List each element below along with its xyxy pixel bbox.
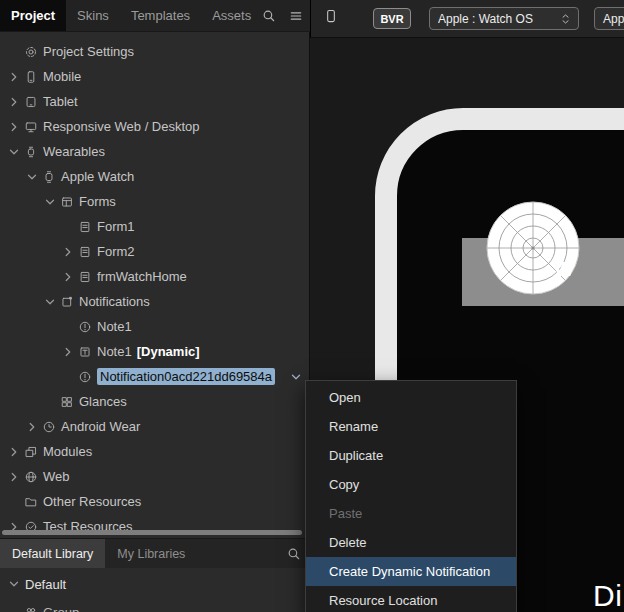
chevron-down-icon[interactable]	[24, 169, 40, 185]
hamburger-menu-icon[interactable]	[289, 9, 303, 23]
tablet-icon	[22, 94, 40, 110]
indent-spacer	[42, 394, 58, 410]
tree-item-label: Notification0acd221dd69584a	[97, 368, 275, 385]
tree-item-label: Mobile	[43, 69, 81, 84]
glances-icon	[58, 394, 76, 410]
tree-item-label: Project Settings	[43, 44, 134, 59]
tree-item-label: Android Wear	[61, 419, 140, 434]
library-tab-my-libraries[interactable]: My Libraries	[105, 539, 197, 568]
library-items: DefaultGroup	[0, 573, 309, 612]
project-tree: Project SettingsMobileTabletResponsive W…	[0, 39, 309, 538]
chevron-down-icon[interactable]	[6, 144, 22, 160]
tree-item-label: Glances	[79, 394, 127, 409]
chevron-right-icon[interactable]	[6, 119, 22, 135]
project-explorer-panel: Project SettingsMobileTabletResponsive W…	[0, 32, 310, 538]
menu-item-copy[interactable]: Copy	[306, 470, 516, 499]
chevron-down-icon[interactable]	[42, 194, 58, 210]
chevron-right-icon[interactable]	[60, 244, 76, 260]
tree-item-notification0acd221dd69584a[interactable]: Notification0acd221dd69584a	[0, 364, 309, 389]
tree-item-tablet[interactable]: Tablet	[0, 89, 309, 114]
library-item-group[interactable]: Group	[0, 601, 309, 612]
tree-item-form2[interactable]: Form2	[0, 239, 309, 264]
menu-item-duplicate[interactable]: Duplicate	[306, 441, 516, 470]
library-search-icon[interactable]	[287, 547, 301, 561]
chevron-right-icon[interactable]	[6, 469, 22, 485]
group-icon	[22, 604, 40, 612]
search-icon[interactable]	[262, 9, 276, 23]
form-title-label[interactable]: Di	[593, 579, 622, 612]
tree-item-label: frmWatchHome	[97, 269, 187, 284]
app-partial-button[interactable]: App	[594, 7, 624, 30]
chevron-right-icon[interactable]	[6, 94, 22, 110]
chevron-down-icon[interactable]	[6, 576, 22, 592]
monitor-icon	[22, 119, 40, 135]
tree-item-frmwatchhome[interactable]: frmWatchHome	[0, 264, 309, 289]
header-bar-label: W	[554, 257, 574, 281]
tree-item-web[interactable]: Web	[0, 464, 309, 489]
tree-item-label: Web	[43, 469, 70, 484]
tree-item-mobile[interactable]: Mobile	[0, 64, 309, 89]
tree-item-form1[interactable]: Form1	[0, 214, 309, 239]
platform-select[interactable]: Apple : Watch OS	[429, 7, 579, 30]
tab-skins[interactable]: Skins	[66, 0, 120, 31]
tree-item-glances[interactable]: Glances	[0, 389, 309, 414]
dynamic-icon	[76, 344, 94, 360]
tree-item-responsive-web-desktop[interactable]: Responsive Web / Desktop	[0, 114, 309, 139]
watch-icon	[22, 144, 40, 160]
phone-icon	[22, 69, 40, 85]
device-preview-icon[interactable]	[324, 9, 338, 23]
library-item-label: Group	[43, 605, 79, 612]
tree-item-label: Form2	[97, 244, 135, 259]
settings-icon	[22, 44, 40, 60]
menu-item-create-dynamic-notification[interactable]: Create Dynamic Notification	[306, 557, 516, 586]
tree-item-label: Forms	[79, 194, 116, 209]
tree-item-modules[interactable]: Modules	[0, 439, 309, 464]
chevron-right-icon[interactable]	[6, 69, 22, 85]
menu-item-rename[interactable]: Rename	[306, 412, 516, 441]
tree-item-label: Wearables	[43, 144, 105, 159]
tree-item-label: Modules	[43, 444, 92, 459]
tree-item-label: Tablet	[43, 94, 78, 109]
platform-select-value: Apple : Watch OS	[438, 12, 559, 26]
folder-icon	[22, 494, 40, 510]
menu-item-resource-location[interactable]: Resource Location	[306, 586, 516, 612]
indent-spacer	[6, 494, 22, 510]
tree-item-wearables[interactable]: Wearables	[0, 139, 309, 164]
watch-square-icon	[40, 169, 58, 185]
tree-item-label: Note1	[97, 319, 132, 334]
library-panel: Default LibraryMy Libraries DefaultGroup	[0, 538, 310, 612]
item-menu-trigger-icon[interactable]	[289, 370, 303, 384]
tab-assets[interactable]: Assets	[201, 0, 262, 31]
tree-item-forms[interactable]: Forms	[0, 189, 309, 214]
chevron-right-icon[interactable]	[6, 444, 22, 460]
tree-item-project-settings[interactable]: Project Settings	[0, 39, 309, 64]
tab-project[interactable]: Project	[0, 0, 66, 31]
tab-templates[interactable]: Templates	[120, 0, 201, 31]
menu-item-delete[interactable]: Delete	[306, 528, 516, 557]
horizontal-scrollbar[interactable]	[2, 530, 302, 535]
tree-item-label: Notifications	[79, 294, 150, 309]
menu-item-open[interactable]: Open	[306, 383, 516, 412]
chevron-right-icon[interactable]	[24, 419, 40, 435]
select-updown-icon	[559, 12, 573, 26]
chevron-down-icon[interactable]	[42, 294, 58, 310]
tree-item-notifications[interactable]: Notifications	[0, 289, 309, 314]
indent-spacer	[60, 319, 76, 335]
tree-item-other-resources[interactable]: Other Resources	[0, 489, 309, 514]
tree-item-apple-watch[interactable]: Apple Watch	[0, 164, 309, 189]
tree-item-label: Responsive Web / Desktop	[43, 119, 200, 134]
tree-item-label: Other Resources	[43, 494, 141, 509]
tree-item-note1[interactable]: Note1	[0, 314, 309, 339]
library-item-label: Default	[25, 577, 66, 592]
tree-item-note1-dynamic[interactable]: Note1[Dynamic]	[0, 339, 309, 364]
web-icon	[22, 469, 40, 485]
polar-gauge-widget[interactable]	[485, 200, 581, 296]
clock-icon	[40, 419, 58, 435]
chevron-right-icon[interactable]	[60, 344, 76, 360]
tree-item-android-wear[interactable]: Android Wear	[0, 414, 309, 439]
library-item-default[interactable]: Default	[0, 573, 309, 595]
library-tab-default-library[interactable]: Default Library	[0, 539, 105, 568]
chevron-right-icon[interactable]	[60, 269, 76, 285]
indent-spacer	[6, 44, 22, 60]
bvr-button[interactable]: BVR	[373, 8, 411, 29]
